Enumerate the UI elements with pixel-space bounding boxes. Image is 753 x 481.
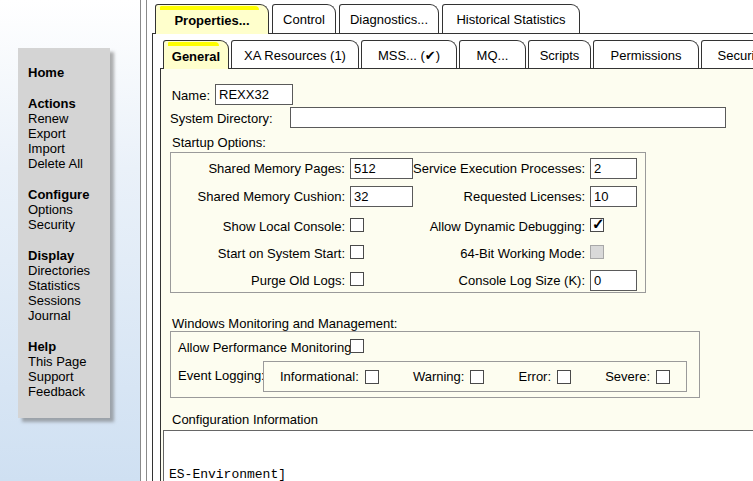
- sidebar-item-security[interactable]: Security: [28, 217, 110, 232]
- name-input[interactable]: [215, 84, 293, 105]
- console-log-size-input[interactable]: [590, 270, 637, 291]
- event-logging-groupbox: Informational: Warning: Error: Severe:: [263, 361, 687, 392]
- sidebar-item-feedback[interactable]: Feedback: [28, 384, 110, 399]
- tab-security[interactable]: Security: [701, 40, 753, 68]
- event-level-informational: Informational:: [280, 369, 379, 384]
- error-label: Error:: [519, 369, 552, 384]
- event-level-error: Error:: [519, 369, 572, 384]
- error-checkbox[interactable]: [557, 370, 571, 384]
- sidebar-item-delete-all[interactable]: Delete All: [28, 156, 110, 171]
- show-local-console-label: Show Local Console:: [170, 219, 345, 234]
- sidebar-header-display: Display: [28, 248, 110, 263]
- event-level-warning: Warning:: [413, 369, 485, 384]
- start-on-system-start-label: Start on System Start:: [170, 246, 345, 261]
- sidebar-item-statistics[interactable]: Statistics: [28, 278, 110, 293]
- warning-label: Warning:: [413, 369, 465, 384]
- sidebar-item-home[interactable]: Home: [28, 65, 110, 80]
- informational-label: Informational:: [280, 369, 359, 384]
- service-execution-processes-label: Service Execution Processes:: [390, 161, 585, 176]
- sidebar-header-configure: Configure: [28, 187, 110, 202]
- sidebar-item-options[interactable]: Options: [28, 202, 110, 217]
- service-execution-processes-input[interactable]: [590, 158, 637, 179]
- start-on-system-start-checkbox[interactable]: [350, 245, 364, 259]
- startup-options-heading: Startup Options:: [172, 135, 266, 150]
- sidebar-item-import[interactable]: Import: [28, 141, 110, 156]
- frame-divider-line-1: [140, 0, 141, 481]
- tab-mss[interactable]: MSS... (✔): [361, 40, 457, 68]
- sidebar-item-renew[interactable]: Renew: [28, 111, 110, 126]
- tab-permissions[interactable]: Permissions: [593, 40, 699, 68]
- requested-licenses-input[interactable]: [590, 186, 637, 207]
- tab-scripts[interactable]: Scripts: [528, 40, 591, 68]
- allow-performance-monitoring-checkbox[interactable]: [350, 339, 364, 353]
- sidebar-item-journal[interactable]: Journal: [28, 308, 110, 323]
- name-label: Name:: [168, 88, 210, 103]
- tab-xa-resources[interactable]: XA Resources (1): [231, 40, 359, 68]
- 64bit-working-mode-checkbox: [590, 245, 604, 259]
- shared-memory-pages-label: Shared Memory Pages:: [170, 161, 345, 176]
- sidebar-item-support[interactable]: Support: [28, 369, 110, 384]
- system-directory-input[interactable]: [290, 107, 726, 128]
- show-local-console-checkbox[interactable]: [350, 218, 364, 232]
- sidebar-item-this-page[interactable]: This Page: [28, 354, 110, 369]
- sidebar: Home Actions Renew Export Import Delete …: [18, 48, 110, 418]
- sidebar-header-help: Help: [28, 339, 110, 354]
- console-log-size-label: Console Log Size (K):: [390, 273, 585, 288]
- frame-divider-line-2: [146, 0, 147, 481]
- event-level-severe: Severe:: [605, 369, 670, 384]
- admin-page: { "colors":{"accent_yellow":"#ffff00","t…: [0, 0, 753, 481]
- sidebar-item-directories[interactable]: Directories: [28, 263, 110, 278]
- tab-diagnostics[interactable]: Diagnostics...: [339, 4, 439, 33]
- informational-checkbox[interactable]: [365, 370, 379, 384]
- system-directory-label: System Directory:: [170, 111, 273, 126]
- tab-control[interactable]: Control: [272, 4, 336, 33]
- sidebar-item-export[interactable]: Export: [28, 126, 110, 141]
- tab-general[interactable]: General: [163, 40, 229, 69]
- sidebar-item-sessions[interactable]: Sessions: [28, 293, 110, 308]
- allow-dynamic-debugging-checkbox[interactable]: [590, 218, 604, 232]
- configuration-textarea[interactable]: ES-Environment] MFTRACE_CONFIG=C:\Users\…: [163, 430, 753, 481]
- sidebar-header-actions: Actions: [28, 96, 110, 111]
- allow-performance-monitoring-label: Allow Performance Monitoring:: [178, 340, 355, 355]
- configuration-line-1: ES-Environment]: [169, 467, 753, 481]
- requested-licenses-label: Requested Licenses:: [390, 189, 585, 204]
- allow-dynamic-debugging-label: Allow Dynamic Debugging:: [390, 219, 585, 234]
- configuration-heading: Configuration Information: [172, 412, 318, 427]
- severe-checkbox[interactable]: [656, 370, 670, 384]
- purge-old-logs-checkbox[interactable]: [350, 272, 364, 286]
- purge-old-logs-label: Purge Old Logs:: [170, 273, 345, 288]
- 64bit-working-mode-label: 64-Bit Working Mode:: [390, 246, 585, 261]
- severe-label: Severe:: [605, 369, 650, 384]
- tab-historical-statistics[interactable]: Historical Statistics: [442, 4, 580, 33]
- event-logging-label: Event Logging:: [178, 368, 265, 383]
- warning-checkbox[interactable]: [470, 370, 484, 384]
- shared-memory-cushion-label: Shared Memory Cushion:: [170, 189, 345, 204]
- tab-properties[interactable]: Properties...: [155, 4, 269, 34]
- monitoring-heading: Windows Monitoring and Management:: [172, 316, 397, 331]
- tab-mq[interactable]: MQ...: [459, 40, 526, 68]
